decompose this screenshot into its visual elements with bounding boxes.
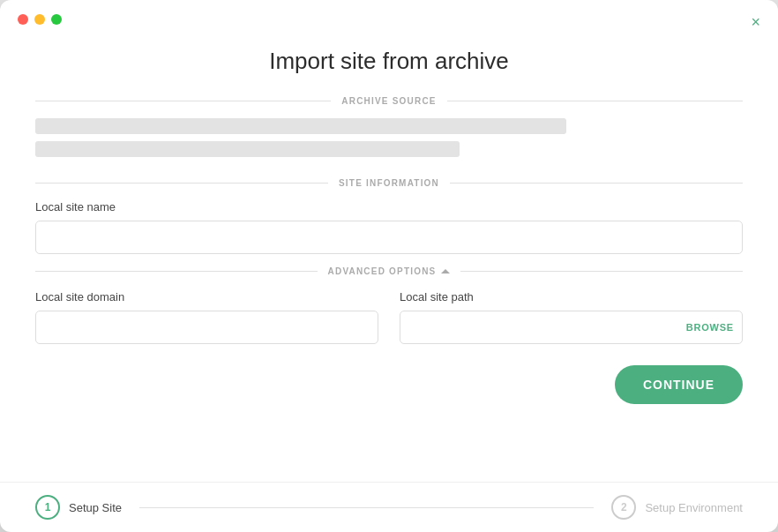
- close-icon[interactable]: ×: [751, 14, 760, 30]
- step-1-label: Setup Site: [69, 501, 122, 514]
- main-content: Import site from archive ARCHIVE SOURCE …: [0, 39, 778, 482]
- local-site-path-label: Local site path: [400, 290, 743, 303]
- minimize-traffic-light[interactable]: [34, 14, 45, 25]
- step-2-label: Setup Environment: [645, 501, 743, 514]
- local-site-domain-field: Local site domain: [35, 290, 378, 344]
- step-2-circle: 2: [611, 495, 636, 520]
- archive-source-label: ARCHIVE SOURCE: [341, 96, 436, 106]
- footer: 1 Setup Site 2 Setup Environment: [0, 482, 778, 532]
- site-information-label: SITE INFORMATION: [339, 178, 439, 188]
- advanced-options-fields: Local site domain Local site path BROWSE: [35, 290, 743, 344]
- site-information-divider: SITE INFORMATION: [35, 178, 743, 188]
- browse-button[interactable]: BROWSE: [686, 322, 734, 333]
- site-info-line-right: [450, 183, 743, 184]
- step-divider: [139, 507, 594, 508]
- local-site-name-input[interactable]: [35, 221, 743, 254]
- local-site-domain-input[interactable]: [35, 311, 378, 344]
- step-1-circle: 1: [35, 495, 60, 520]
- step-1: 1 Setup Site: [35, 495, 122, 520]
- local-site-path-field: Local site path BROWSE: [400, 290, 743, 344]
- titlebar: ×: [0, 0, 778, 39]
- advanced-options-toggle[interactable]: ADVANCED OPTIONS: [35, 266, 743, 276]
- local-site-domain-label: Local site domain: [35, 290, 378, 303]
- site-info-line-left: [35, 183, 328, 184]
- advanced-line-left: [35, 271, 318, 272]
- archive-source-divider: ARCHIVE SOURCE: [35, 96, 743, 106]
- traffic-lights: [18, 14, 62, 25]
- step-2: 2 Setup Environment: [611, 495, 743, 520]
- archive-blurred-row-1: [35, 118, 566, 134]
- browse-input-wrapper: BROWSE: [400, 311, 743, 344]
- site-info-section: Local site name: [35, 200, 743, 254]
- continue-button[interactable]: CONTINUE: [615, 365, 743, 404]
- divider-line-left: [35, 101, 331, 101]
- app-window: × Import site from archive ARCHIVE SOURC…: [0, 0, 778, 532]
- divider-line-right: [447, 101, 743, 101]
- close-traffic-light[interactable]: [18, 14, 28, 25]
- archive-source-area: [35, 118, 743, 164]
- local-site-name-label: Local site name: [35, 200, 743, 214]
- fullscreen-traffic-light[interactable]: [51, 14, 62, 25]
- actions-row: CONTINUE: [35, 365, 743, 404]
- archive-blurred-row-2: [35, 141, 460, 157]
- chevron-up-icon: [441, 269, 450, 273]
- advanced-line-right: [460, 271, 743, 272]
- page-title: Import site from archive: [35, 48, 743, 75]
- advanced-options-label[interactable]: ADVANCED OPTIONS: [328, 266, 451, 276]
